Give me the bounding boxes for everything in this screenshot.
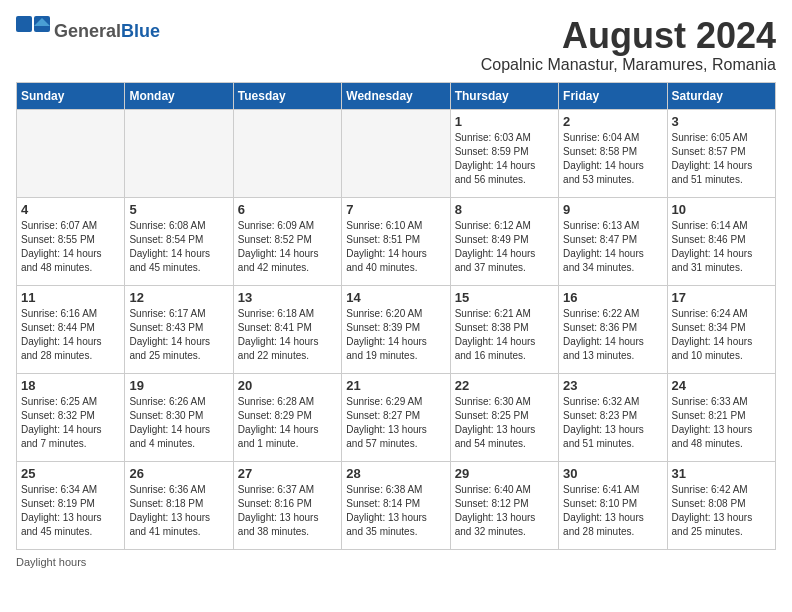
calendar-cell: 10Sunrise: 6:14 AM Sunset: 8:46 PM Dayli… [667, 197, 775, 285]
calendar-cell: 11Sunrise: 6:16 AM Sunset: 8:44 PM Dayli… [17, 285, 125, 373]
day-number: 9 [563, 202, 662, 217]
weekday-tuesday: Tuesday [233, 82, 341, 109]
calendar-cell [125, 109, 233, 197]
calendar-cell: 9Sunrise: 6:13 AM Sunset: 8:47 PM Daylig… [559, 197, 667, 285]
day-info: Sunrise: 6:26 AM Sunset: 8:30 PM Dayligh… [129, 395, 228, 451]
calendar-cell: 23Sunrise: 6:32 AM Sunset: 8:23 PM Dayli… [559, 373, 667, 461]
week-row-0: 1Sunrise: 6:03 AM Sunset: 8:59 PM Daylig… [17, 109, 776, 197]
day-info: Sunrise: 6:16 AM Sunset: 8:44 PM Dayligh… [21, 307, 120, 363]
day-info: Sunrise: 6:41 AM Sunset: 8:10 PM Dayligh… [563, 483, 662, 539]
day-number: 19 [129, 378, 228, 393]
weekday-monday: Monday [125, 82, 233, 109]
day-info: Sunrise: 6:12 AM Sunset: 8:49 PM Dayligh… [455, 219, 554, 275]
day-number: 26 [129, 466, 228, 481]
calendar-cell: 25Sunrise: 6:34 AM Sunset: 8:19 PM Dayli… [17, 461, 125, 549]
calendar-cell: 7Sunrise: 6:10 AM Sunset: 8:51 PM Daylig… [342, 197, 450, 285]
day-info: Sunrise: 6:08 AM Sunset: 8:54 PM Dayligh… [129, 219, 228, 275]
day-number: 27 [238, 466, 337, 481]
day-info: Sunrise: 6:37 AM Sunset: 8:16 PM Dayligh… [238, 483, 337, 539]
calendar-cell: 21Sunrise: 6:29 AM Sunset: 8:27 PM Dayli… [342, 373, 450, 461]
page-header: GeneralBlue August 2024 Copalnic Manastu… [16, 16, 776, 74]
calendar-cell: 5Sunrise: 6:08 AM Sunset: 8:54 PM Daylig… [125, 197, 233, 285]
day-number: 10 [672, 202, 771, 217]
day-number: 17 [672, 290, 771, 305]
day-number: 2 [563, 114, 662, 129]
day-number: 4 [21, 202, 120, 217]
calendar-cell: 3Sunrise: 6:05 AM Sunset: 8:57 PM Daylig… [667, 109, 775, 197]
day-number: 22 [455, 378, 554, 393]
weekday-wednesday: Wednesday [342, 82, 450, 109]
day-number: 15 [455, 290, 554, 305]
day-number: 6 [238, 202, 337, 217]
day-number: 25 [21, 466, 120, 481]
svg-rect-0 [16, 16, 32, 32]
calendar-cell: 13Sunrise: 6:18 AM Sunset: 8:41 PM Dayli… [233, 285, 341, 373]
calendar-cell: 22Sunrise: 6:30 AM Sunset: 8:25 PM Dayli… [450, 373, 558, 461]
calendar-cell: 12Sunrise: 6:17 AM Sunset: 8:43 PM Dayli… [125, 285, 233, 373]
day-number: 1 [455, 114, 554, 129]
day-number: 16 [563, 290, 662, 305]
day-number: 12 [129, 290, 228, 305]
calendar-cell: 27Sunrise: 6:37 AM Sunset: 8:16 PM Dayli… [233, 461, 341, 549]
day-info: Sunrise: 6:42 AM Sunset: 8:08 PM Dayligh… [672, 483, 771, 539]
day-info: Sunrise: 6:22 AM Sunset: 8:36 PM Dayligh… [563, 307, 662, 363]
day-info: Sunrise: 6:29 AM Sunset: 8:27 PM Dayligh… [346, 395, 445, 451]
day-info: Sunrise: 6:36 AM Sunset: 8:18 PM Dayligh… [129, 483, 228, 539]
calendar-cell: 24Sunrise: 6:33 AM Sunset: 8:21 PM Dayli… [667, 373, 775, 461]
day-number: 14 [346, 290, 445, 305]
day-number: 31 [672, 466, 771, 481]
calendar-table: SundayMondayTuesdayWednesdayThursdayFrid… [16, 82, 776, 550]
day-number: 3 [672, 114, 771, 129]
calendar-cell: 4Sunrise: 6:07 AM Sunset: 8:55 PM Daylig… [17, 197, 125, 285]
calendar-cell [233, 109, 341, 197]
calendar-cell: 14Sunrise: 6:20 AM Sunset: 8:39 PM Dayli… [342, 285, 450, 373]
title-section: August 2024 Copalnic Manastur, Maramures… [481, 16, 776, 74]
day-info: Sunrise: 6:03 AM Sunset: 8:59 PM Dayligh… [455, 131, 554, 187]
day-number: 5 [129, 202, 228, 217]
logo-general-text: General [54, 21, 121, 41]
calendar-cell: 6Sunrise: 6:09 AM Sunset: 8:52 PM Daylig… [233, 197, 341, 285]
day-number: 8 [455, 202, 554, 217]
week-row-3: 18Sunrise: 6:25 AM Sunset: 8:32 PM Dayli… [17, 373, 776, 461]
day-info: Sunrise: 6:17 AM Sunset: 8:43 PM Dayligh… [129, 307, 228, 363]
day-info: Sunrise: 6:33 AM Sunset: 8:21 PM Dayligh… [672, 395, 771, 451]
day-info: Sunrise: 6:40 AM Sunset: 8:12 PM Dayligh… [455, 483, 554, 539]
calendar-cell: 28Sunrise: 6:38 AM Sunset: 8:14 PM Dayli… [342, 461, 450, 549]
week-row-1: 4Sunrise: 6:07 AM Sunset: 8:55 PM Daylig… [17, 197, 776, 285]
day-info: Sunrise: 6:05 AM Sunset: 8:57 PM Dayligh… [672, 131, 771, 187]
day-info: Sunrise: 6:13 AM Sunset: 8:47 PM Dayligh… [563, 219, 662, 275]
calendar-cell: 15Sunrise: 6:21 AM Sunset: 8:38 PM Dayli… [450, 285, 558, 373]
calendar-cell: 19Sunrise: 6:26 AM Sunset: 8:30 PM Dayli… [125, 373, 233, 461]
day-number: 21 [346, 378, 445, 393]
day-info: Sunrise: 6:34 AM Sunset: 8:19 PM Dayligh… [21, 483, 120, 539]
weekday-thursday: Thursday [450, 82, 558, 109]
day-info: Sunrise: 6:30 AM Sunset: 8:25 PM Dayligh… [455, 395, 554, 451]
day-number: 29 [455, 466, 554, 481]
day-info: Sunrise: 6:07 AM Sunset: 8:55 PM Dayligh… [21, 219, 120, 275]
day-number: 11 [21, 290, 120, 305]
week-row-4: 25Sunrise: 6:34 AM Sunset: 8:19 PM Dayli… [17, 461, 776, 549]
calendar-cell: 16Sunrise: 6:22 AM Sunset: 8:36 PM Dayli… [559, 285, 667, 373]
day-info: Sunrise: 6:24 AM Sunset: 8:34 PM Dayligh… [672, 307, 771, 363]
day-number: 24 [672, 378, 771, 393]
week-row-2: 11Sunrise: 6:16 AM Sunset: 8:44 PM Dayli… [17, 285, 776, 373]
logo-icon [16, 16, 52, 46]
calendar-cell: 31Sunrise: 6:42 AM Sunset: 8:08 PM Dayli… [667, 461, 775, 549]
day-info: Sunrise: 6:20 AM Sunset: 8:39 PM Dayligh… [346, 307, 445, 363]
calendar-cell: 1Sunrise: 6:03 AM Sunset: 8:59 PM Daylig… [450, 109, 558, 197]
calendar-cell [342, 109, 450, 197]
day-info: Sunrise: 6:38 AM Sunset: 8:14 PM Dayligh… [346, 483, 445, 539]
calendar-cell: 2Sunrise: 6:04 AM Sunset: 8:58 PM Daylig… [559, 109, 667, 197]
footer-note: Daylight hours [16, 556, 776, 568]
weekday-saturday: Saturday [667, 82, 775, 109]
weekday-friday: Friday [559, 82, 667, 109]
day-number: 13 [238, 290, 337, 305]
day-info: Sunrise: 6:04 AM Sunset: 8:58 PM Dayligh… [563, 131, 662, 187]
logo: GeneralBlue [16, 16, 160, 46]
month-title: August 2024 [481, 16, 776, 56]
day-number: 30 [563, 466, 662, 481]
calendar-cell [17, 109, 125, 197]
day-number: 18 [21, 378, 120, 393]
day-info: Sunrise: 6:21 AM Sunset: 8:38 PM Dayligh… [455, 307, 554, 363]
day-info: Sunrise: 6:18 AM Sunset: 8:41 PM Dayligh… [238, 307, 337, 363]
